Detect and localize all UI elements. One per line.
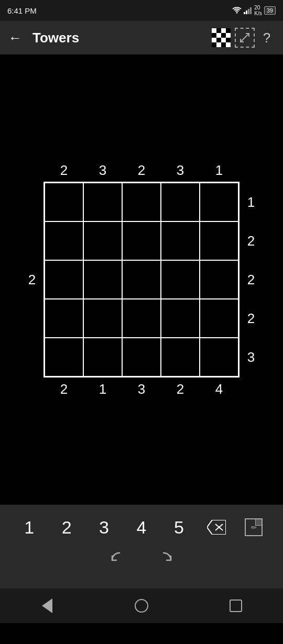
svg-rect-8 bbox=[216, 33, 221, 38]
number-5-button[interactable]: 5 bbox=[160, 509, 198, 546]
undo-button[interactable] bbox=[108, 548, 131, 569]
page-title: Towers bbox=[32, 30, 205, 46]
number-1-button[interactable]: 1 bbox=[10, 509, 48, 546]
cell-5-4[interactable] bbox=[161, 338, 200, 376]
status-bar: 6:41 PM 20 K/s 39 bbox=[0, 0, 283, 21]
right-clue-3: 2 bbox=[240, 260, 263, 299]
cell-4-1[interactable] bbox=[45, 299, 83, 338]
cell-3-1[interactable] bbox=[45, 260, 83, 299]
grid-row-1: 2 bbox=[20, 182, 263, 377]
svg-rect-6 bbox=[212, 28, 216, 33]
recent-nav-icon bbox=[230, 599, 242, 612]
signal-icon bbox=[244, 7, 252, 14]
undo-redo-row bbox=[0, 546, 283, 572]
number-4-button[interactable]: 4 bbox=[123, 509, 160, 546]
redo-icon bbox=[154, 551, 173, 567]
bottom-clue-1: 2 bbox=[45, 377, 83, 401]
status-icons: 20 K/s 39 bbox=[232, 5, 276, 16]
nav-back-button[interactable] bbox=[31, 593, 63, 619]
cell-4-2[interactable] bbox=[83, 299, 122, 338]
right-clue-2: 2 bbox=[240, 221, 263, 260]
cell-1-3[interactable] bbox=[122, 183, 161, 221]
cell-2-3[interactable] bbox=[122, 221, 161, 260]
number-row: 1 2 3 4 5 ✏ bbox=[0, 509, 283, 546]
pencil-icon: ✏ bbox=[245, 518, 263, 536]
svg-rect-13 bbox=[226, 42, 231, 47]
svg-rect-11 bbox=[221, 38, 226, 42]
cell-5-2[interactable] bbox=[83, 338, 122, 376]
right-clue-5: 3 bbox=[240, 338, 263, 376]
speed-indicator: 20 K/s bbox=[254, 5, 262, 16]
redo-button[interactable] bbox=[152, 548, 175, 569]
cell-5-5[interactable] bbox=[200, 338, 238, 376]
top-clue-4: 3 bbox=[161, 159, 200, 182]
nav-home-button[interactable] bbox=[126, 593, 157, 619]
svg-rect-7 bbox=[221, 28, 226, 33]
grid-inner-row-1 bbox=[45, 183, 238, 221]
svg-rect-10 bbox=[212, 38, 216, 42]
back-nav-icon bbox=[42, 598, 52, 613]
bottom-clues-row: 2 1 3 2 4 bbox=[21, 377, 262, 401]
top-clue-5: 1 bbox=[200, 159, 238, 182]
cell-3-4[interactable] bbox=[161, 260, 200, 299]
cell-4-3[interactable] bbox=[122, 299, 161, 338]
grid-inner-row-2 bbox=[45, 221, 238, 260]
cell-1-2[interactable] bbox=[83, 183, 122, 221]
bottom-clue-5: 4 bbox=[200, 377, 238, 401]
cell-3-2[interactable] bbox=[83, 260, 122, 299]
help-button[interactable]: ? bbox=[259, 30, 275, 46]
svg-point-0 bbox=[236, 12, 237, 13]
cell-2-1[interactable] bbox=[45, 221, 83, 260]
bottom-clue-3: 3 bbox=[122, 377, 161, 401]
right-clue-1: 1 bbox=[240, 183, 263, 221]
number-2-button[interactable]: 2 bbox=[48, 509, 85, 546]
grid-wrapper[interactable] bbox=[43, 182, 240, 377]
top-clue-3: 2 bbox=[122, 159, 161, 182]
pencil-mode-button[interactable]: ✏ bbox=[235, 509, 273, 546]
game-area: 2 3 2 3 1 2 bbox=[0, 54, 283, 505]
grid-inner-row-5 bbox=[45, 338, 238, 376]
undo-icon bbox=[110, 551, 129, 567]
cell-5-1[interactable] bbox=[45, 338, 83, 376]
cell-4-4[interactable] bbox=[161, 299, 200, 338]
grid-inner-row-3 bbox=[45, 260, 238, 299]
delete-icon bbox=[207, 520, 226, 535]
cell-1-5[interactable] bbox=[200, 183, 238, 221]
battery-indicator: 39 bbox=[264, 6, 276, 15]
svg-rect-9 bbox=[226, 33, 231, 38]
svg-rect-1 bbox=[244, 12, 245, 14]
nav-recent-button[interactable] bbox=[220, 593, 252, 619]
right-clue-4: 2 bbox=[240, 299, 263, 338]
svg-rect-3 bbox=[248, 9, 249, 14]
cell-1-4[interactable] bbox=[161, 183, 200, 221]
svg-rect-4 bbox=[250, 7, 252, 14]
right-clues-column: 12223 bbox=[240, 183, 263, 376]
bottom-clue-2: 1 bbox=[83, 377, 122, 401]
cell-5-3[interactable] bbox=[122, 338, 161, 376]
wifi-icon bbox=[232, 7, 242, 14]
svg-marker-15 bbox=[207, 520, 226, 535]
top-bar-icons: ? bbox=[212, 28, 275, 48]
home-nav-icon bbox=[135, 599, 148, 613]
cell-1-1[interactable] bbox=[45, 183, 83, 221]
top-clues-row: 2 3 2 3 1 bbox=[21, 159, 262, 182]
cell-4-5[interactable] bbox=[200, 299, 238, 338]
bottom-clue-4: 2 bbox=[161, 377, 200, 401]
cell-2-2[interactable] bbox=[83, 221, 122, 260]
number-3-button[interactable]: 3 bbox=[85, 509, 123, 546]
back-button[interactable]: ← bbox=[8, 30, 22, 46]
cell-2-5[interactable] bbox=[200, 221, 238, 260]
cell-3-3[interactable] bbox=[122, 260, 161, 299]
svg-line-14 bbox=[241, 34, 249, 42]
top-clue-2: 3 bbox=[83, 159, 122, 182]
nav-bar bbox=[0, 589, 283, 623]
cell-2-4[interactable] bbox=[161, 221, 200, 260]
checkerboard-icon[interactable] bbox=[212, 28, 231, 47]
status-time: 6:41 PM bbox=[7, 6, 37, 15]
top-clue-1: 2 bbox=[45, 159, 83, 182]
delete-button[interactable] bbox=[198, 509, 235, 546]
cell-3-5[interactable] bbox=[200, 260, 238, 299]
resize-icon[interactable] bbox=[235, 28, 255, 48]
left-clue-1: 2 bbox=[20, 260, 43, 299]
grid-inner-row-4 bbox=[45, 299, 238, 338]
